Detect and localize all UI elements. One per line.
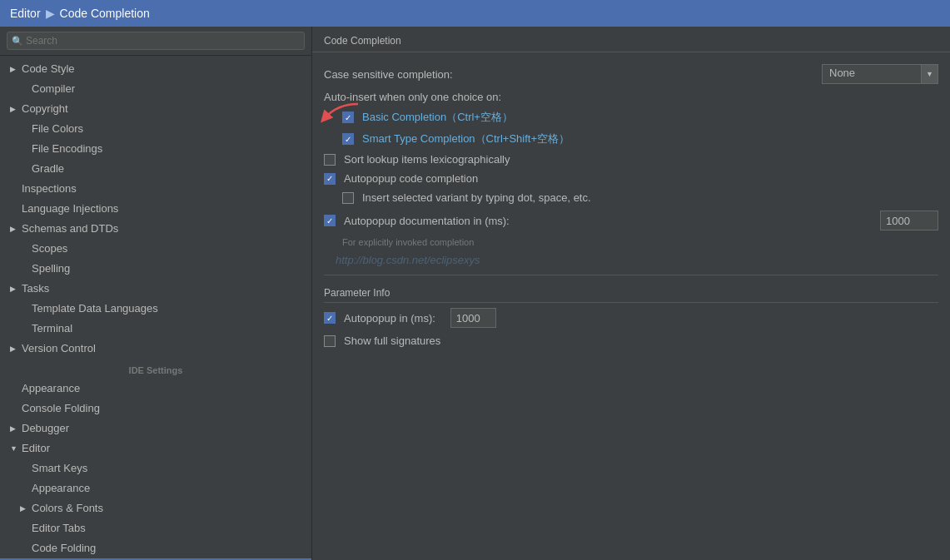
sidebar-item-copyright[interactable]: ▶ Copyright <box>0 99 311 119</box>
sidebar-item-gradle[interactable]: Gradle <box>0 159 311 179</box>
sidebar-item-label: Copyright <box>22 101 68 117</box>
autopopup-code-checkbox[interactable] <box>324 173 336 185</box>
triangle-icon: ▶ <box>20 500 28 517</box>
sidebar-item-editor[interactable]: ▼ Editor <box>0 439 311 458</box>
show-full-signatures-label: Show full signatures <box>344 335 440 347</box>
sidebar-item-file-encodings[interactable]: File Encodings <box>0 139 311 159</box>
autopopup-docs-row: Autopopup documentation in (ms): <box>324 211 938 230</box>
sidebar-item-version-control[interactable]: ▶ Version Control <box>0 339 311 359</box>
sidebar-item-label: Console Folding <box>22 400 100 417</box>
triangle-icon: ▶ <box>10 61 18 77</box>
case-sensitive-dropdown-wrapper[interactable]: None ▼ <box>822 64 938 84</box>
sidebar-item-smart-keys[interactable]: Smart Keys <box>0 458 311 478</box>
sidebar-item-label: Inspections <box>22 181 77 197</box>
sidebar-item-label: Debugger <box>22 420 69 437</box>
sort-lookup-label: Sort lookup items lexicographically <box>344 153 510 166</box>
sidebar-item-code-folding[interactable]: Code Folding <box>0 538 311 558</box>
auto-insert-label: Auto-insert when only one choice on: <box>324 91 501 103</box>
triangle-icon: ▶ <box>10 221 18 237</box>
watermark-text: http://blog.csdn.net/eclipsexys <box>324 252 938 268</box>
sort-lookup-checkbox[interactable] <box>324 154 336 166</box>
smart-type-checkbox[interactable] <box>342 133 354 145</box>
smart-type-label: Smart Type Completion（Ctrl+Shift+空格） <box>362 131 570 146</box>
basic-completion-row: Basic Completion（Ctrl+空格） <box>324 110 938 125</box>
autopopup-in-input[interactable] <box>450 308 496 328</box>
autopopup-code-row: Autopopup code completion <box>324 172 938 185</box>
sidebar-item-console-folding[interactable]: Console Folding <box>0 399 311 419</box>
sidebar-item-label: File Colors <box>32 121 83 137</box>
sidebar-tree: ▶ Code Style Compiler ▶ Copyright File C… <box>0 56 311 560</box>
sidebar-item-label: Version Control <box>22 340 96 357</box>
sidebar-item-label: Colors & Fonts <box>32 500 103 517</box>
insert-selected-label: Insert selected variant by typing dot, s… <box>362 191 591 204</box>
triangle-icon: ▼ <box>10 440 18 457</box>
autopopup-docs-input[interactable] <box>880 211 938 230</box>
sidebar-item-appearance[interactable]: Appearance <box>0 379 311 399</box>
main-content: 🔍 ▶ Code Style Compiler ▶ Copyright File… <box>0 27 950 560</box>
triangle-icon: ▶ <box>10 420 18 437</box>
sidebar-item-tasks[interactable]: ▶ Tasks <box>0 279 311 299</box>
sidebar-item-language-injections[interactable]: Language Injections <box>0 199 311 219</box>
sidebar-item-label: Editor <box>22 440 50 457</box>
sidebar-item-spelling[interactable]: Spelling <box>0 259 311 279</box>
sidebar-item-label: Appearance <box>32 480 90 497</box>
sidebar-item-label: Scopes <box>32 240 67 257</box>
triangle-icon: ▶ <box>10 101 18 117</box>
sidebar-item-code-style[interactable]: ▶ Code Style <box>0 59 311 79</box>
sidebar-item-label: Schemas and DTDs <box>22 221 118 237</box>
insert-selected-checkbox[interactable] <box>342 192 354 204</box>
sidebar-item-label: Terminal <box>32 320 72 337</box>
hint-text: For explicitly invoked completion <box>324 237 938 247</box>
smart-type-row: Smart Type Completion（Ctrl+Shift+空格） <box>324 131 938 146</box>
sidebar-item-label: File Encodings <box>32 141 102 157</box>
show-full-signatures-row: Show full signatures <box>324 335 938 347</box>
sidebar-item-terminal[interactable]: Terminal <box>0 319 311 339</box>
basic-completion-checkbox[interactable] <box>342 112 354 123</box>
sidebar: 🔍 ▶ Code Style Compiler ▶ Copyright File… <box>0 27 312 560</box>
sidebar-item-colors-fonts[interactable]: ▶ Colors & Fonts <box>0 498 311 518</box>
autopopup-in-row: Autopopup in (ms): <box>324 308 938 328</box>
sidebar-item-label: Template Data Languages <box>32 300 158 317</box>
search-box[interactable]: 🔍 <box>0 27 311 56</box>
ide-settings-header: IDE Settings <box>0 362 311 379</box>
sidebar-item-label: Code Folding <box>32 540 96 557</box>
sidebar-item-label: Compiler <box>32 81 75 97</box>
autopopup-code-label: Autopopup code completion <box>344 172 478 185</box>
triangle-icon: ▶ <box>10 280 18 297</box>
case-sensitive-label: Case sensitive completion: <box>324 68 453 81</box>
autopopup-docs-checkbox[interactable] <box>324 215 336 226</box>
panel-section-title: Code Completion <box>312 27 950 52</box>
search-input[interactable] <box>7 32 305 50</box>
right-panel: Code Completion Case sensitive completio… <box>312 27 950 560</box>
sidebar-item-scopes[interactable]: Scopes <box>0 239 311 259</box>
autopopup-in-label: Autopopup in (ms): <box>344 312 435 325</box>
sidebar-item-label: Language Injections <box>22 201 118 217</box>
show-full-signatures-checkbox[interactable] <box>324 335 336 347</box>
auto-insert-row: Auto-insert when only one choice on: <box>324 91 938 103</box>
breadcrumb-separator: ▶ <box>46 7 55 20</box>
sidebar-item-schemas-dtds[interactable]: ▶ Schemas and DTDs <box>0 219 311 239</box>
sidebar-item-editor-tabs[interactable]: Editor Tabs <box>0 518 311 538</box>
autopopup-docs-label: Autopopup documentation in (ms): <box>344 215 510 227</box>
case-sensitive-dropdown[interactable]: None <box>822 64 922 84</box>
triangle-icon: ▶ <box>10 340 18 357</box>
sidebar-item-inspections[interactable]: Inspections <box>0 179 311 199</box>
sidebar-item-compiler[interactable]: Compiler <box>0 79 311 99</box>
sort-lookup-row: Sort lookup items lexicographically <box>324 153 938 166</box>
breadcrumb-page: Code Completion <box>60 7 150 20</box>
sidebar-item-appearance-editor[interactable]: Appearance <box>0 478 311 498</box>
sidebar-item-file-colors[interactable]: File Colors <box>0 119 311 139</box>
sidebar-item-label: Gradle <box>32 161 64 177</box>
settings-content: Case sensitive completion: None ▼ Auto-i… <box>312 59 950 359</box>
sidebar-item-label: Smart Keys <box>32 460 87 477</box>
sidebar-item-template-data-langs[interactable]: Template Data Languages <box>0 299 311 319</box>
sidebar-item-label: Spelling <box>32 260 70 277</box>
search-icon: 🔍 <box>12 36 23 47</box>
app-header: Editor ▶ Code Completion <box>0 0 950 27</box>
sidebar-item-debugger[interactable]: ▶ Debugger <box>0 419 311 439</box>
sidebar-item-label: Tasks <box>22 280 49 297</box>
autopopup-in-checkbox[interactable] <box>324 312 336 324</box>
dropdown-arrow-icon[interactable]: ▼ <box>922 64 938 84</box>
breadcrumb-editor: Editor <box>10 7 41 20</box>
divider <box>324 275 938 275</box>
